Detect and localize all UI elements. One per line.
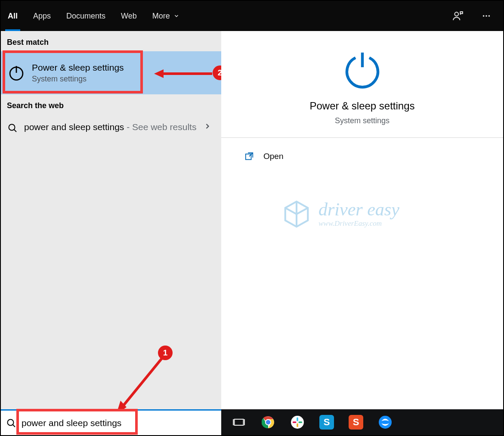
snagit-editor-icon[interactable]: S xyxy=(319,415,334,430)
watermark-line2: www.DriverEasy.com xyxy=(318,219,399,228)
search-icon xyxy=(7,122,18,134)
preview-title: Power & sleep settings xyxy=(309,100,414,112)
tab-web[interactable]: Web xyxy=(121,1,137,31)
task-view-icon[interactable] xyxy=(232,415,246,430)
annotation-badge-1: 1 xyxy=(158,346,173,360)
preview-header: Power & sleep settings System settings xyxy=(221,31,503,138)
open-icon xyxy=(244,152,254,161)
power-icon-large xyxy=(342,48,383,90)
snagit-capture-icon[interactable]: S xyxy=(349,415,363,430)
slack-icon[interactable] xyxy=(290,415,305,430)
chevron-right-icon[interactable] xyxy=(203,122,213,132)
svg-line-7 xyxy=(14,130,17,132)
svg-rect-25 xyxy=(299,421,303,423)
svg-point-6 xyxy=(9,125,15,131)
watermark: driver easy www.DriverEasy.com xyxy=(281,199,399,229)
svg-point-28 xyxy=(379,416,392,429)
svg-point-3 xyxy=(489,15,490,17)
best-match-text: Power & sleep settings System settings xyxy=(32,62,124,84)
best-match-header: Best match xyxy=(1,31,221,51)
battlenet-icon[interactable] xyxy=(378,415,393,430)
search-topbar: All Apps Documents Web More xyxy=(1,1,503,31)
search-results-pane: Best match Power & sleep settings System… xyxy=(1,31,221,409)
search-scope-tabs: All Apps Documents Web More xyxy=(8,1,452,31)
action-open-label: Open xyxy=(263,152,283,161)
web-result-text: power and sleep settings - See web resul… xyxy=(24,121,197,134)
preview-subtitle: System settings xyxy=(335,116,390,125)
chevron-down-icon xyxy=(173,13,179,19)
svg-point-2 xyxy=(485,15,487,17)
search-input[interactable] xyxy=(22,411,216,435)
svg-line-15 xyxy=(13,424,15,427)
web-header: Search the web xyxy=(1,94,221,115)
tab-documents[interactable]: Documents xyxy=(66,1,105,31)
taskbar: S S xyxy=(1,409,503,435)
taskbar-search[interactable] xyxy=(1,409,221,435)
svg-point-0 xyxy=(455,12,458,16)
topbar-actions xyxy=(452,10,492,22)
tab-more[interactable]: More xyxy=(152,1,179,31)
tab-apps[interactable]: Apps xyxy=(33,1,51,31)
search-main: Best match Power & sleep settings System… xyxy=(1,31,503,409)
best-match-result[interactable]: Power & sleep settings System settings xyxy=(1,51,221,94)
svg-point-1 xyxy=(483,15,485,17)
chrome-icon[interactable] xyxy=(261,415,275,430)
tab-all[interactable]: All xyxy=(8,1,18,31)
web-result[interactable]: power and sleep settings - See web resul… xyxy=(1,115,221,140)
result-preview-pane: Power & sleep settings System settings O… xyxy=(221,31,503,409)
feedback-icon[interactable] xyxy=(452,10,464,22)
svg-rect-26 xyxy=(297,424,298,427)
svg-line-10 xyxy=(121,356,164,408)
watermark-line1: driver easy xyxy=(318,200,399,218)
power-icon xyxy=(7,63,26,82)
svg-rect-16 xyxy=(235,419,244,425)
more-options-icon[interactable] xyxy=(481,10,492,22)
window-frame: All Apps Documents Web More Best xyxy=(0,0,504,436)
svg-rect-24 xyxy=(297,417,298,421)
web-result-suffix: - See web results xyxy=(124,122,196,132)
annotation-arrow-1 xyxy=(112,352,172,417)
best-match-title: Power & sleep settings xyxy=(32,62,124,73)
taskbar-apps: S S xyxy=(221,409,503,435)
tab-more-label: More xyxy=(152,12,170,21)
action-open[interactable]: Open xyxy=(221,138,503,175)
best-match-subtitle: System settings xyxy=(32,75,124,84)
svg-point-14 xyxy=(8,419,14,425)
search-icon xyxy=(6,418,16,428)
svg-rect-27 xyxy=(293,421,297,423)
web-result-query: power and sleep settings xyxy=(24,122,124,132)
